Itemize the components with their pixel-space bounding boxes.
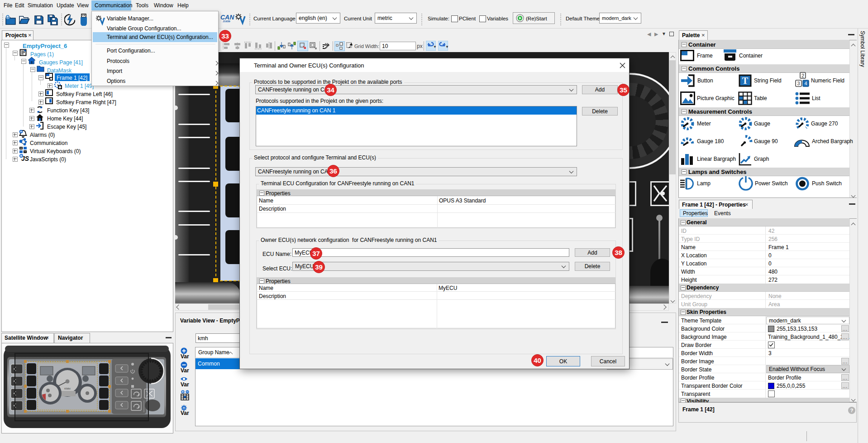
svg-text:4: 4 (804, 81, 807, 86)
svg-text:3: 3 (797, 81, 800, 86)
svg-text:T: T (742, 76, 749, 86)
svg-text:2: 2 (801, 73, 804, 78)
